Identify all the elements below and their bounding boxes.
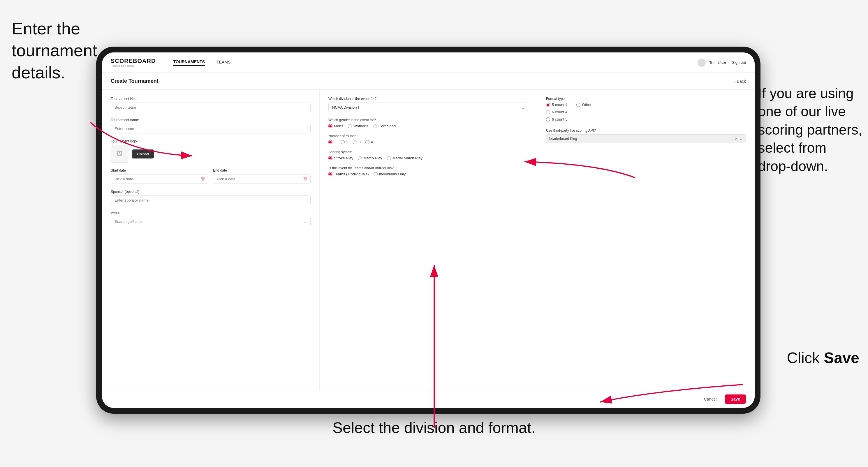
name-input[interactable] — [111, 124, 311, 133]
rounds-radio-group: 1 2 3 4 — [329, 140, 528, 144]
form-footer: Cancel Save — [102, 390, 755, 408]
date-row: Start date End date — [111, 168, 311, 190]
end-date-wrapper — [213, 174, 311, 184]
annotation-bottom-center: Select the division and format. — [333, 418, 535, 438]
nav-user: Test User | Sign out — [698, 59, 746, 67]
gender-womens[interactable]: Womens — [348, 124, 368, 128]
host-input[interactable] — [111, 102, 311, 112]
form-column-1: Tournament Host Tournament name Tourname… — [102, 90, 320, 390]
gender-combined[interactable]: Combined — [373, 124, 396, 128]
individuals-only[interactable]: Individuals Only — [374, 172, 406, 176]
annotation-top-right: If you are using one of our live scoring… — [758, 85, 863, 176]
start-date-input[interactable] — [111, 174, 208, 184]
image-icon: 🖼 — [116, 150, 123, 158]
venue-select-wrapper — [111, 217, 311, 226]
brand: SCOREBOARD Powered by clippi — [111, 58, 156, 67]
division-group: Which division is the event for? NCAA Di… — [329, 97, 528, 112]
teams-radio-group: Teams (+Individuals) Individuals Only — [329, 172, 528, 176]
format-5count4[interactable]: 5 count 4 — [546, 102, 567, 107]
tablet-screen: SCOREBOARD Powered by clippi TOURNAMENTS… — [102, 53, 755, 408]
venue-label: Venue — [111, 211, 311, 215]
sign-out-link[interactable]: Sign out — [732, 60, 746, 65]
scoring-label: Scoring system — [329, 150, 528, 154]
logo-placeholder: 🖼 — [111, 145, 128, 162]
page-title: Create Tournament — [111, 78, 158, 84]
logo-label: Tournament logo — [111, 139, 311, 143]
nav-tournaments[interactable]: TOURNAMENTS — [173, 59, 205, 66]
sponsor-group: Sponsor (optional) — [111, 190, 311, 205]
gender-label: Which gender is the event for? — [329, 118, 528, 122]
start-date-group: Start date — [111, 168, 208, 184]
division-select[interactable]: NCAA Division I — [329, 102, 528, 112]
api-value: Leaderboard King — [549, 137, 732, 141]
host-label: Tournament Host — [111, 97, 311, 101]
rounds-group: Number of rounds 1 2 3 — [329, 134, 528, 144]
save-button[interactable]: Save — [725, 395, 746, 404]
api-tag-close-icon[interactable]: ✕ ⌄ — [735, 136, 743, 141]
start-date-label: Start date — [111, 168, 208, 173]
logo-group: Tournament logo 🖼 Upload — [111, 139, 311, 162]
nav-avatar — [698, 59, 706, 67]
form-column-3: Format type 5 count 4 Other — [537, 90, 755, 390]
user-name: Test User | — [709, 60, 729, 65]
rounds-1[interactable]: 1 — [329, 140, 336, 144]
venue-group: Venue — [111, 211, 311, 226]
teams-group: Is this event for Teams and/or Individua… — [329, 166, 528, 176]
format-row-3: 6 count 5 — [546, 117, 746, 122]
start-date-wrapper — [111, 174, 208, 184]
format-row-2: 6 count 4 — [546, 110, 746, 114]
division-label: Which division is the event for? — [329, 97, 528, 101]
end-date-input[interactable] — [213, 174, 311, 184]
format-type-group: Format type 5 count 4 Other — [546, 97, 746, 122]
scoring-group: Scoring system Stroke Play Match Play — [329, 150, 528, 160]
api-tag: Leaderboard King ✕ ⌄ — [546, 134, 746, 143]
scoring-medal-match[interactable]: Medal Match Play — [387, 156, 423, 160]
main-form-body: Tournament Host Tournament name Tourname… — [102, 90, 755, 390]
rounds-4[interactable]: 4 — [365, 140, 373, 144]
division-select-wrapper: NCAA Division I — [329, 102, 528, 112]
brand-sub: Powered by clippi — [111, 64, 156, 67]
sponsor-label: Sponsor (optional) — [111, 190, 311, 194]
annotation-top-left: Enter the tournament details. — [12, 18, 97, 83]
logo-upload-area: 🖼 Upload — [111, 145, 311, 162]
annotation-bottom-right: Click Save — [787, 348, 859, 368]
name-group: Tournament name — [111, 118, 311, 133]
sponsor-input[interactable] — [111, 195, 311, 205]
form-column-2: Which division is the event for? NCAA Di… — [320, 90, 537, 390]
format-6count5[interactable]: 6 count 5 — [546, 117, 567, 122]
api-label: Use third-party live scoring API? — [546, 128, 746, 132]
format-type-list: 5 count 4 Other 6 count 4 — [546, 102, 746, 122]
cancel-button[interactable]: Cancel — [699, 395, 721, 404]
format-other[interactable]: Other — [576, 102, 592, 107]
teams-plus-individuals[interactable]: Teams (+Individuals) — [329, 172, 369, 176]
gender-mens[interactable]: Mens — [329, 124, 343, 128]
upload-button[interactable]: Upload — [132, 150, 154, 158]
scoring-match[interactable]: Match Play — [358, 156, 382, 160]
gender-group: Which gender is the event for? Mens Wome… — [329, 118, 528, 128]
name-label: Tournament name — [111, 118, 311, 122]
brand-name: SCOREBOARD — [111, 58, 156, 64]
end-date-group: End date — [213, 168, 311, 184]
api-group: Use third-party live scoring API? Leader… — [546, 128, 746, 143]
host-group: Tournament Host — [111, 97, 311, 112]
format-row-1: 5 count 4 Other — [546, 102, 746, 107]
teams-label: Is this event for Teams and/or Individua… — [329, 166, 528, 170]
format-6count4[interactable]: 6 count 4 — [546, 110, 567, 114]
scoring-stroke[interactable]: Stroke Play — [329, 156, 353, 160]
end-date-label: End date — [213, 168, 311, 173]
venue-input[interactable] — [111, 217, 311, 226]
nav-teams[interactable]: TEAMS — [216, 60, 230, 66]
format-type-label: Format type — [546, 97, 746, 101]
rounds-2[interactable]: 2 — [341, 140, 348, 144]
navbar: SCOREBOARD Powered by clippi TOURNAMENTS… — [102, 53, 755, 73]
rounds-3[interactable]: 3 — [353, 140, 361, 144]
back-link[interactable]: ‹ Back — [734, 79, 746, 84]
page-header: Create Tournament ‹ Back — [102, 73, 755, 90]
rounds-label: Number of rounds — [329, 134, 528, 138]
gender-radio-group: Mens Womens Combined — [329, 124, 528, 128]
tablet-frame: SCOREBOARD Powered by clippi TOURNAMENTS… — [96, 46, 761, 414]
scoring-radio-group: Stroke Play Match Play Medal Match Play — [329, 156, 528, 160]
